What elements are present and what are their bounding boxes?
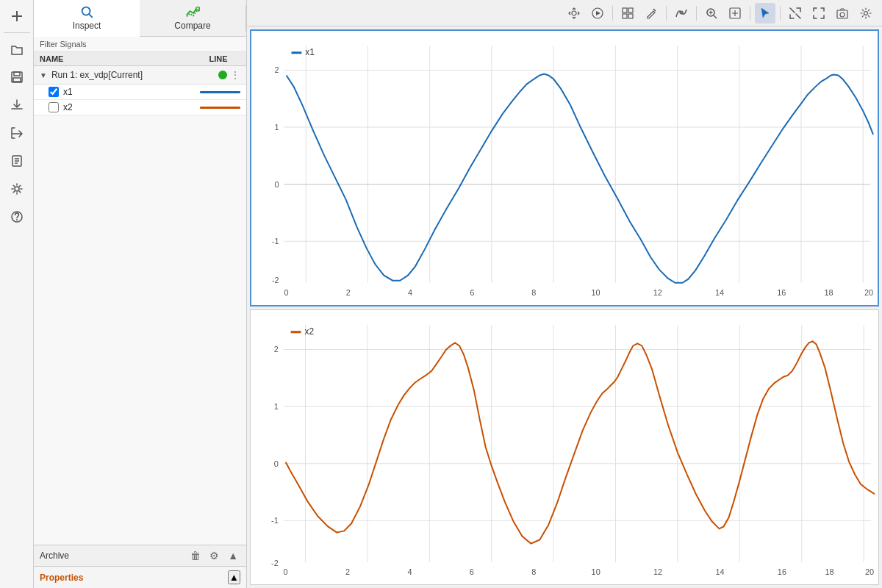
col-name-header: NAME — [40, 54, 196, 63]
archive-collapse-button[interactable]: ▲ — [226, 549, 240, 562]
toolbar-divider-4 — [750, 6, 750, 21]
svg-text:x1: x1 — [305, 47, 315, 57]
panel-tab-divider — [245, 5, 246, 32]
open-button[interactable] — [4, 36, 30, 62]
run-row: ▼ Run 1: ex_vdp[Current] ⋮ — [34, 66, 246, 85]
svg-text:14: 14 — [715, 567, 724, 576]
svg-text:18: 18 — [825, 567, 833, 576]
screenshot-button[interactable] — [832, 3, 853, 24]
svg-text:12: 12 — [653, 567, 662, 576]
help-button[interactable] — [4, 204, 30, 230]
svg-rect-3 — [14, 72, 20, 76]
svg-point-9 — [15, 187, 19, 191]
simulate-button[interactable] — [587, 3, 608, 24]
svg-text:20: 20 — [864, 288, 873, 297]
svg-rect-1 — [12, 15, 22, 17]
signal-row-x1: x1 — [34, 85, 246, 100]
tab-inspect-label: Inspect — [73, 21, 101, 31]
toolbar — [247, 0, 882, 26]
settings-button[interactable] — [4, 176, 30, 202]
tab-compare-label: Compare — [174, 21, 210, 31]
signal-x2-checkbox[interactable] — [49, 102, 59, 112]
save-button[interactable] — [4, 64, 30, 90]
svg-text:0: 0 — [284, 567, 288, 576]
svg-marker-16 — [596, 11, 600, 15]
svg-text:20: 20 — [865, 567, 874, 576]
svg-line-13 — [89, 14, 92, 17]
signal-x1-name: x1 — [63, 87, 196, 97]
layout-button[interactable] — [617, 3, 638, 24]
archive-settings-button[interactable]: ⚙ — [207, 549, 221, 562]
tab-compare[interactable]: Compare — [140, 0, 245, 36]
add-button[interactable] — [4, 3, 30, 29]
svg-rect-19 — [623, 14, 627, 18]
run-status-dot — [218, 71, 227, 79]
svg-text:16: 16 — [777, 288, 786, 297]
svg-text:12: 12 — [653, 288, 662, 297]
svg-text:-1: -1 — [271, 516, 279, 525]
signal-panel: Inspect Compare Filter Signals NAME LINE… — [34, 0, 247, 588]
svg-text:4: 4 — [408, 288, 412, 297]
pan-button[interactable] — [564, 3, 584, 24]
chart-x2-svg: 2 1 0 -1 -2 0 2 4 6 8 10 12 14 16 18 20 — [251, 310, 878, 584]
properties-collapse-button[interactable]: ▲ — [228, 570, 240, 584]
svg-point-28 — [840, 12, 845, 17]
zoom-button[interactable] — [701, 3, 722, 24]
svg-text:8: 8 — [531, 567, 536, 576]
chart-x1-svg: 2 1 0 -1 -2 0 2 4 6 8 10 12 14 16 18 20 — [251, 31, 878, 305]
svg-text:6: 6 — [470, 567, 474, 576]
chart-x1-container[interactable]: 2 1 0 -1 -2 0 2 4 6 8 10 12 14 16 18 20 — [250, 29, 879, 306]
sidebar-icons — [0, 0, 34, 588]
toolbar-divider-2 — [666, 6, 667, 21]
signal-x2-name: x2 — [63, 102, 196, 112]
panel-tabs: Inspect Compare — [34, 0, 246, 37]
export-button[interactable] — [4, 120, 30, 146]
svg-rect-62 — [291, 51, 301, 54]
chart-config-button[interactable] — [856, 3, 876, 24]
properties-row: Properties ▲ — [34, 567, 246, 588]
chart-x2-container[interactable]: 2 1 0 -1 -2 0 2 4 6 8 10 12 14 16 18 20 — [250, 309, 879, 585]
toolbar-divider-1 — [612, 6, 613, 21]
style-button[interactable] — [641, 3, 662, 24]
signal-x1-line — [200, 91, 240, 93]
run-arrow-icon: ▼ — [40, 71, 47, 79]
main-area: 2 1 0 -1 -2 0 2 4 6 8 10 12 14 16 18 20 — [247, 0, 882, 588]
signal-row-x2: x2 — [34, 100, 246, 115]
svg-text:4: 4 — [407, 567, 412, 576]
tab-inspect[interactable]: Inspect — [34, 0, 140, 37]
signal-table-header: NAME LINE — [34, 52, 246, 66]
svg-text:18: 18 — [825, 288, 833, 297]
run-menu-icon[interactable]: ⋮ — [230, 69, 240, 81]
fit-button[interactable] — [725, 3, 745, 24]
svg-text:14: 14 — [715, 288, 724, 297]
select-button[interactable] — [755, 3, 775, 24]
expand-button[interactable] — [785, 3, 806, 24]
filter-signals-label: Filter Signals — [34, 37, 246, 52]
signal-x1-checkbox[interactable] — [49, 87, 59, 97]
svg-text:0: 0 — [274, 459, 279, 468]
svg-text:6: 6 — [470, 288, 474, 297]
archive-delete-button[interactable]: 🗑 — [188, 549, 203, 562]
fullscreen-button[interactable] — [808, 3, 829, 24]
panel-bottom: Archive 🗑 ⚙ ▲ Properties ▲ — [34, 545, 246, 588]
svg-text:1: 1 — [275, 123, 279, 132]
svg-rect-17 — [623, 8, 627, 12]
svg-text:-1: -1 — [272, 237, 279, 245]
toolbar-divider-3 — [696, 6, 697, 21]
svg-text:x2: x2 — [304, 326, 314, 337]
signal-x2-line — [200, 107, 240, 109]
svg-text:10: 10 — [592, 567, 600, 576]
svg-text:0: 0 — [284, 288, 289, 297]
svg-text:2: 2 — [275, 65, 279, 74]
run-label: Run 1: ex_vdp[Current] — [51, 70, 212, 80]
download-button[interactable] — [4, 92, 30, 118]
cursor-tool-button[interactable] — [671, 3, 692, 24]
svg-text:2: 2 — [345, 567, 350, 576]
svg-text:1: 1 — [274, 402, 279, 411]
report-button[interactable] — [4, 148, 30, 174]
svg-point-29 — [864, 11, 868, 15]
svg-text:0: 0 — [275, 180, 279, 189]
svg-rect-30 — [251, 31, 878, 305]
archive-label: Archive — [40, 551, 184, 561]
svg-text:-2: -2 — [271, 559, 279, 567]
